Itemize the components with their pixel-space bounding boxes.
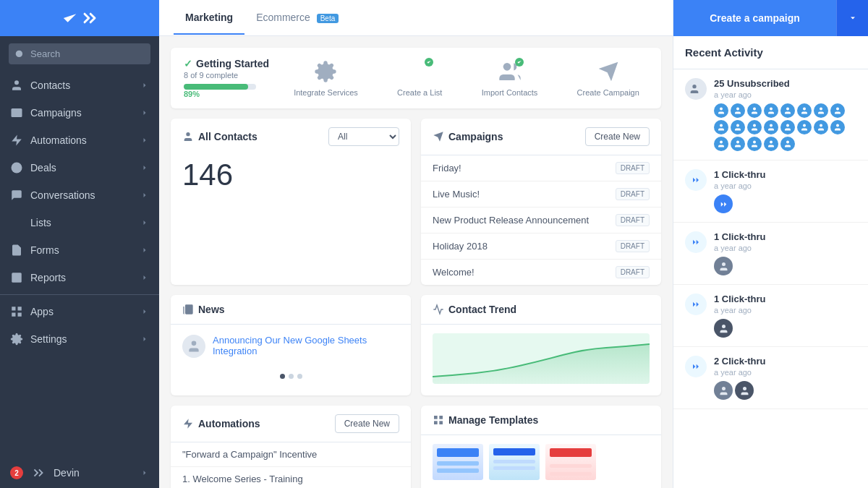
activity-title: 1 Click-thru (714, 231, 856, 242)
manage-templates-card: Manage Templates (421, 406, 661, 488)
gs-step-list[interactable]: Create a List (397, 60, 442, 97)
news-dot[interactable] (280, 374, 285, 379)
mini-avatar (780, 120, 795, 134)
activity-title: 2 Click-thru (714, 356, 856, 367)
create-campaign-main-btn[interactable]: Create a campaign (673, 0, 836, 36)
sidebar-item-lists[interactable]: Lists (0, 209, 159, 236)
sidebar-logo[interactable] (0, 0, 159, 36)
avatar-icon (750, 106, 759, 115)
svg-rect-15 (12, 313, 15, 317)
news-body: Announcing Our New Google Sheets Integra… (171, 325, 411, 368)
gs-steps: Integrate Services Create a List (285, 60, 648, 97)
search-input[interactable] (9, 43, 150, 64)
campaigns-card-icon (433, 131, 444, 142)
tab-marketing[interactable]: Marketing (174, 1, 244, 35)
campaign-item[interactable]: Welcome! DRAFT (421, 260, 661, 285)
tab-ecommerce[interactable]: Ecommerce Beta (244, 1, 350, 35)
mini-avatar (764, 120, 778, 134)
activity-icon (685, 169, 707, 191)
news-article-link[interactable]: Announcing Our New Google Sheets Integra… (213, 335, 399, 356)
sidebar-item-forms[interactable]: Forms (0, 236, 159, 264)
svg-rect-31 (439, 421, 443, 424)
contacts-filter[interactable]: All This Week This Month (328, 127, 399, 146)
campaign-item[interactable]: Holiday 2018 DRAFT (421, 234, 661, 260)
activity-item: 25 Unsubscribed a year ago (673, 69, 868, 160)
user-photo (735, 381, 754, 400)
lists-icon (10, 216, 23, 229)
create-campaign-btn[interactable]: Create New (585, 127, 650, 146)
manage-templates-title: Manage Templates (433, 414, 538, 426)
gs-step-campaign[interactable]: Create Campaign (577, 60, 639, 97)
logo-icon (59, 8, 80, 28)
campaign-item[interactable]: Friday! DRAFT (421, 155, 661, 181)
chevron-right-icon (140, 335, 149, 343)
gs-step-icon-wrap (408, 60, 431, 85)
avatar-icon (733, 140, 742, 148)
mini-avatar (797, 120, 812, 134)
sidebar-item-conversations[interactable]: Conversations (0, 181, 159, 209)
user-photo (714, 319, 733, 338)
news-dot[interactable] (289, 374, 294, 379)
single-avatar (714, 194, 733, 213)
user-avatar-icon (739, 385, 750, 396)
all-contacts-card: All Contacts All This Week This Month 14… (171, 119, 411, 285)
main-tabs: Marketing Ecommerce Beta (159, 0, 673, 36)
sidebar-user[interactable]: 2 Devin (0, 458, 159, 488)
gs-title: ✓ Getting Started (184, 58, 271, 69)
automation-item[interactable]: 1. Welcome Series - Training (171, 467, 411, 488)
sidebar-item-deals[interactable]: Deals (0, 154, 159, 181)
create-campaign-dropdown-btn[interactable] (836, 0, 868, 36)
gs-step-integrate[interactable]: Integrate Services (294, 60, 358, 97)
news-title: News (182, 304, 225, 315)
activity-time: a year ago (714, 181, 856, 190)
sidebar-item-campaigns[interactable]: Campaigns (0, 99, 159, 127)
news-dot[interactable] (297, 374, 302, 379)
automations-icon (10, 134, 23, 147)
activity-list: 25 Unsubscribed a year ago (673, 69, 868, 488)
mini-avatar (764, 103, 778, 118)
news-user-icon (187, 339, 201, 354)
gs-step-import[interactable]: Import Contacts (482, 60, 538, 97)
template-thumb[interactable] (545, 444, 596, 480)
reports-icon (10, 271, 23, 284)
activity-icon (685, 356, 707, 377)
sidebar-item-contacts[interactable]: Contacts (0, 72, 159, 99)
mini-avatar (780, 137, 795, 151)
campaign-item[interactable]: Live Music! DRAFT (421, 181, 661, 207)
search-container (0, 36, 159, 72)
create-automation-btn[interactable]: Create New (335, 414, 399, 433)
activity-content: 2 Click-thru a year ago (714, 356, 856, 400)
template-thumb[interactable] (433, 444, 483, 480)
avatar-icon (750, 123, 759, 132)
avatar-icon (767, 123, 775, 132)
contact-trend-card: Contact Trend (421, 295, 661, 395)
campaign-item[interactable]: New Product Release Announcement DRAFT (421, 207, 661, 234)
avatar-icon (783, 140, 792, 148)
mini-avatar (814, 103, 828, 118)
sidebar-item-apps[interactable]: Apps (0, 298, 159, 325)
sidebar-item-reports[interactable]: Reports (0, 264, 159, 291)
avatars-row (714, 103, 856, 151)
automation-item[interactable]: "Forward a Campaign" Incentive (171, 442, 411, 467)
news-trend-row: News Announcing Our New Google Sheets In… (171, 295, 661, 395)
sidebar-item-settings[interactable]: Settings (0, 325, 159, 353)
sidebar-item-automations[interactable]: Automations (0, 127, 159, 154)
avatar-icon (783, 123, 792, 132)
draft-badge: DRAFT (616, 162, 650, 174)
trend-chart (433, 333, 650, 384)
user-avatar-icon (718, 261, 729, 272)
right-panel: Create a campaign Recent Activity 25 Uns… (673, 0, 868, 488)
activity-item: 1 Click-thru a year ago (673, 160, 868, 223)
svg-rect-30 (439, 416, 443, 419)
templates-body (421, 435, 661, 488)
activity-time: a year ago (714, 90, 856, 99)
chevron-right-icon (140, 307, 149, 316)
mini-avatar (814, 120, 828, 134)
news-icon (182, 304, 194, 315)
avatar-icon (817, 106, 825, 115)
activity-content: 1 Click-thru a year ago (714, 231, 856, 275)
mini-avatar (731, 137, 745, 151)
contacts-campaigns-row: All Contacts All This Week This Month 14… (171, 119, 661, 285)
campaigns-header: Campaigns Create New (421, 119, 661, 155)
template-thumb[interactable] (489, 444, 540, 480)
